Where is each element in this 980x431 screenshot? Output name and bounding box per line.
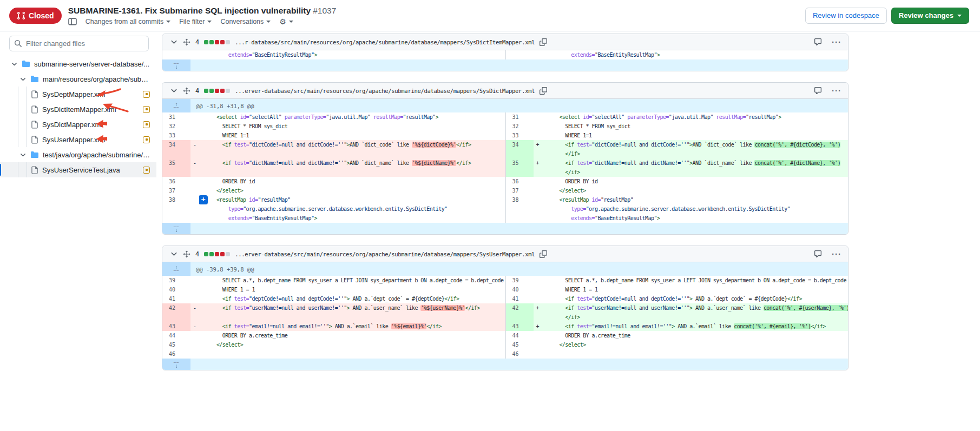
code-segment: "email!=null and email!=''"	[592, 323, 672, 329]
line-number[interactable]: 41	[162, 294, 190, 303]
line-number[interactable]: 44	[162, 331, 190, 340]
line-number[interactable]: 34	[505, 140, 534, 158]
kebab-menu-icon[interactable]: ···	[832, 39, 841, 45]
line-number[interactable]	[162, 214, 190, 223]
line-number[interactable]: 42	[505, 303, 534, 322]
tree-file-row[interactable]: SysDictItemMapper.xml	[0, 102, 156, 117]
chevron-down-icon	[207, 21, 212, 23]
diff-sign	[190, 276, 199, 285]
chevron-down-icon[interactable]	[19, 76, 27, 83]
chevron-down-icon[interactable]	[19, 151, 27, 158]
chevron-down-icon	[166, 21, 170, 23]
line-number[interactable]: 43	[505, 322, 534, 331]
comment-icon[interactable]	[814, 87, 822, 95]
line-number[interactable]: 33	[162, 131, 190, 140]
line-number[interactable]: 39	[162, 276, 190, 285]
line-number[interactable]: 31	[505, 112, 534, 122]
expand-up-icon[interactable]: ↑┈┈	[174, 266, 179, 273]
tree-folder-row[interactable]: main/resources/org/apache/subm...	[0, 71, 156, 87]
tree-folder-row[interactable]: submarine-server/server-database/...	[0, 56, 156, 71]
line-number[interactable]: 40	[162, 285, 190, 294]
code-visual-line: extends="BaseEntityResultMap">	[205, 214, 505, 223]
code-segment: </if>	[811, 323, 825, 329]
line-number[interactable]: 36	[162, 177, 190, 186]
expand-up-icon[interactable]: ↑┈┈	[174, 103, 179, 109]
comment-icon[interactable]	[814, 250, 822, 258]
comment-icon[interactable]	[814, 38, 822, 46]
code-visual-line: </select>	[205, 340, 505, 349]
code-segment: >	[657, 215, 660, 221]
line-number[interactable]: 46	[162, 349, 190, 359]
expand-band-rest	[190, 223, 848, 234]
drag-handle-icon[interactable]	[183, 250, 190, 258]
expand-band-gutter[interactable]: ┈┈↓	[162, 59, 190, 71]
chevron-down-icon	[289, 21, 293, 23]
line-number[interactable]: 45	[505, 340, 534, 349]
kebab-menu-icon[interactable]: ···	[832, 251, 841, 257]
collapse-chevron-icon[interactable]	[170, 87, 178, 95]
line-number[interactable]: 41	[505, 294, 534, 303]
line-number[interactable]: 33	[505, 131, 534, 140]
add-comment-plus-button[interactable]: +	[199, 195, 208, 204]
line-number[interactable]: 32	[162, 122, 190, 131]
hunk-header: ↑┈┈@@ -31,8 +31,8 @@	[162, 99, 848, 112]
copy-path-icon[interactable]	[540, 87, 547, 95]
line-number[interactable]	[162, 204, 190, 214]
tree-folder-row[interactable]: test/java/org/apache/submarine/s...	[0, 147, 156, 162]
line-number[interactable]: 31	[162, 112, 190, 122]
line-number[interactable]: 34	[162, 140, 190, 158]
line-number[interactable]: 37	[505, 186, 534, 195]
line-number[interactable]	[505, 214, 534, 223]
expand-band-gutter[interactable]: ┈┈↓	[162, 223, 190, 234]
hunk-expand-gutter[interactable]: ↑┈┈	[162, 262, 190, 276]
collapse-chevron-icon[interactable]	[170, 38, 178, 46]
diff-stat-count: 4	[195, 250, 199, 258]
expand-down-icon[interactable]: ┈┈↓	[174, 226, 179, 232]
file-tree-toggle-icon[interactable]	[68, 17, 77, 26]
tree-file-row[interactable]: SysUserMapper.xml	[0, 132, 156, 147]
line-number[interactable]: 46	[505, 349, 534, 359]
tree-file-row[interactable]: SysDictMapper.xml	[0, 117, 156, 132]
line-number[interactable]	[505, 204, 534, 214]
chevron-down-icon[interactable]	[11, 61, 18, 68]
expand-down-icon[interactable]: ┈┈↓	[174, 361, 179, 368]
line-number[interactable]: 36	[505, 177, 534, 186]
diff-sign	[190, 204, 199, 214]
expand-band-gutter[interactable]: ┈┈↓	[162, 359, 190, 370]
review-changes-button[interactable]: Review changes	[891, 8, 969, 24]
kebab-menu-icon[interactable]: ···	[832, 88, 841, 94]
copy-path-icon[interactable]	[540, 250, 547, 258]
filter-files-input[interactable]	[9, 36, 149, 51]
hunk-expand-gutter[interactable]: ↑┈┈	[162, 99, 190, 112]
copy-path-icon[interactable]	[540, 38, 547, 46]
review-in-codespace-button[interactable]: Review in codespace	[805, 8, 887, 24]
code-visual-line: </select>	[205, 186, 505, 195]
conversations-dropdown[interactable]: Conversations	[220, 18, 271, 25]
drag-handle-icon[interactable]	[183, 38, 190, 46]
line-number[interactable]: 38	[162, 195, 190, 204]
code-segment: AND a.`dept_code` = #{deptCode}	[693, 296, 787, 302]
expand-down-icon[interactable]: ┈┈↓	[174, 62, 179, 69]
tree-file-row[interactable]: SysDeptMapper.xml	[0, 87, 156, 102]
line-number[interactable]: 35	[162, 158, 190, 177]
line-number[interactable]	[162, 50, 190, 59]
line-number[interactable]: 44	[505, 331, 534, 340]
line-number[interactable]: 45	[162, 340, 190, 349]
line-number[interactable]: 37	[162, 186, 190, 195]
changes-from-dropdown[interactable]: Changes from all commits	[85, 18, 171, 25]
line-number[interactable]: 42	[162, 303, 190, 322]
line-number[interactable]: 32	[505, 122, 534, 131]
code-segment: </if>	[787, 296, 802, 302]
line-number[interactable]	[505, 50, 534, 59]
line-number[interactable]: 38	[505, 195, 534, 204]
line-number[interactable]: 39	[505, 276, 534, 285]
line-number[interactable]: 43	[162, 322, 190, 331]
tree-file-row[interactable]: SysUserServiceTest.java	[0, 162, 156, 177]
drag-handle-icon[interactable]	[183, 87, 190, 95]
line-number[interactable]: 35	[505, 158, 534, 177]
diff-settings-gear[interactable]: ⚙	[279, 17, 293, 26]
collapse-chevron-icon[interactable]	[170, 250, 178, 258]
line-number[interactable]: 40	[505, 285, 534, 294]
code-segment: type=	[205, 206, 243, 212]
file-filter-dropdown[interactable]: File filter	[179, 18, 212, 25]
